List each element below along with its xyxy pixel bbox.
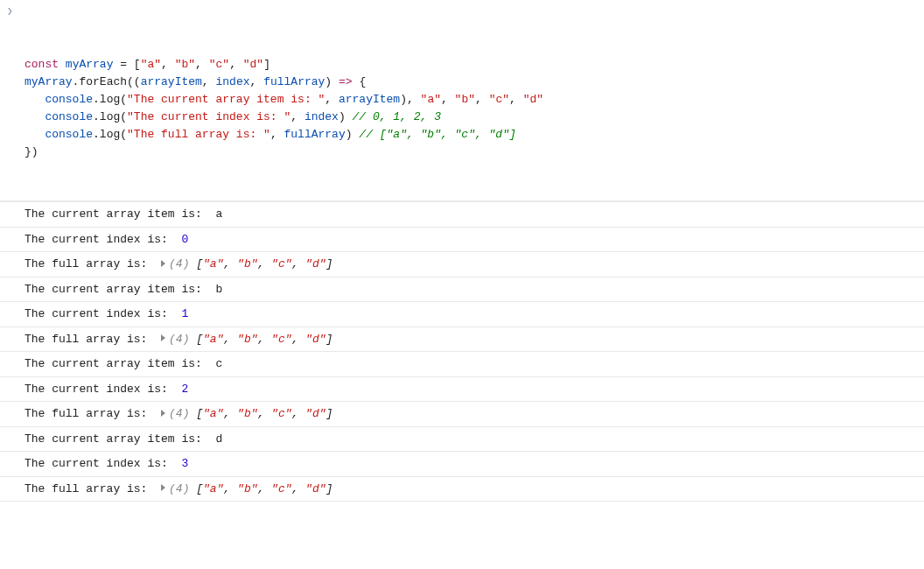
tail-d: "d": [523, 93, 543, 106]
log-row-index: The current index is: 1: [0, 302, 924, 327]
comment-line2: // 0, 1, 2, 3: [353, 110, 441, 123]
log-value-index: 3: [181, 457, 188, 470]
console-ref-2: console: [45, 110, 93, 123]
console-ref-1: console: [45, 93, 93, 106]
param-fullArray: fullArray: [263, 75, 325, 88]
console-ref-3: console: [45, 128, 93, 141]
log-row-index: The current index is: 3: [0, 452, 924, 477]
input-chevron-icon: ❯: [7, 4, 13, 19]
arg-arrayItem: arrayItem: [339, 93, 400, 106]
arg-index: index: [304, 110, 339, 123]
console-output: The current array item is: aThe current …: [0, 201, 924, 502]
arr-lit-3: "d": [243, 58, 263, 71]
log-value-item: b: [215, 283, 222, 296]
open-bracket: [: [134, 58, 141, 71]
log-label: The current index is:: [24, 233, 181, 246]
log-label: The current index is:: [24, 383, 181, 396]
log-row-array: The full array is: (4) ["a", "b", "c", "…: [0, 252, 924, 277]
log-label: The current array item is:: [24, 283, 215, 296]
console-panel: ❯ const myArray = ["a", "b", "c", "d"] m…: [0, 0, 924, 502]
arr-lit-0: "a": [141, 58, 161, 71]
log-row-item: The current array item is: d: [0, 427, 924, 453]
param-arrayItem: arrayItem: [141, 75, 202, 88]
log-row-array: The full array is: (4) ["a", "b", "c", "…: [0, 477, 924, 502]
log-label: The current array item is:: [24, 207, 215, 221]
log-value-index: 0: [181, 233, 188, 246]
array-preview[interactable]: (4) ["a", "b", "c", "d"]: [169, 482, 332, 495]
log-row-item: The current array item is: a: [0, 201, 924, 228]
comment-line3: // ["a", "b", "c", "d"]: [359, 128, 515, 141]
close-bracket: ]: [263, 58, 270, 71]
log-label: The full array is:: [24, 257, 161, 270]
log-value-item: a: [215, 207, 222, 221]
arr-lit-1: "b": [175, 58, 195, 71]
arr-lit-2: "c": [209, 58, 229, 71]
log-fn-1: log: [100, 93, 120, 106]
var-myArray-2: myArray: [24, 75, 73, 88]
var-myArray: myArray: [66, 58, 114, 71]
close-fn: }): [24, 145, 38, 158]
str-line2: "The current index is: ": [127, 110, 290, 123]
keyword-const: const: [24, 58, 59, 71]
log-label: The full array is:: [24, 482, 161, 495]
console-input-block[interactable]: ❯ const myArray = ["a", "b", "c", "d"] m…: [0, 0, 924, 201]
log-label: The full array is:: [24, 333, 161, 346]
disclosure-triangle-icon[interactable]: [161, 484, 165, 491]
log-value-index: 2: [181, 383, 188, 396]
log-row-index: The current index is: 0: [0, 228, 924, 253]
log-fn-2: log: [100, 110, 120, 123]
log-label: The full array is:: [24, 407, 161, 420]
tail-b: "b": [455, 93, 475, 106]
log-label: The current array item is:: [24, 357, 215, 370]
log-row-item: The current array item is: b: [0, 277, 924, 303]
log-row-index: The current index is: 2: [0, 377, 924, 403]
log-fn-3: log: [100, 128, 120, 141]
array-preview[interactable]: (4) ["a", "b", "c", "d"]: [169, 407, 332, 420]
array-preview[interactable]: (4) ["a", "b", "c", "d"]: [169, 257, 332, 270]
log-label: The current index is:: [24, 307, 181, 320]
disclosure-triangle-icon[interactable]: [161, 334, 165, 341]
log-row-array: The full array is: (4) ["a", "b", "c", "…: [0, 402, 924, 427]
arg-fullArray: fullArray: [284, 128, 346, 141]
disclosure-triangle-icon[interactable]: [161, 410, 165, 417]
param-index: index: [215, 75, 249, 88]
log-value-item: d: [215, 432, 222, 446]
log-label: The current index is:: [24, 457, 181, 470]
tail-c: "c": [489, 93, 509, 106]
log-value-item: c: [215, 357, 222, 370]
fn-forEach: forEach: [79, 75, 127, 88]
tail-a: "a": [421, 93, 441, 106]
op-assign: =: [113, 58, 133, 71]
code-block: const myArray = ["a", "b", "c", "d"] myA…: [24, 56, 917, 162]
log-row-item: The current array item is: c: [0, 352, 924, 377]
str-line1: "The current array item is: ": [127, 93, 325, 106]
log-label: The current array item is:: [24, 432, 215, 446]
disclosure-triangle-icon[interactable]: [161, 260, 165, 267]
array-preview[interactable]: (4) ["a", "b", "c", "d"]: [169, 333, 332, 346]
str-line3: "The full array is: ": [127, 128, 270, 141]
log-row-array: The full array is: (4) ["a", "b", "c", "…: [0, 327, 924, 353]
arrow-fn: =>: [339, 75, 353, 88]
log-value-index: 1: [181, 307, 188, 320]
